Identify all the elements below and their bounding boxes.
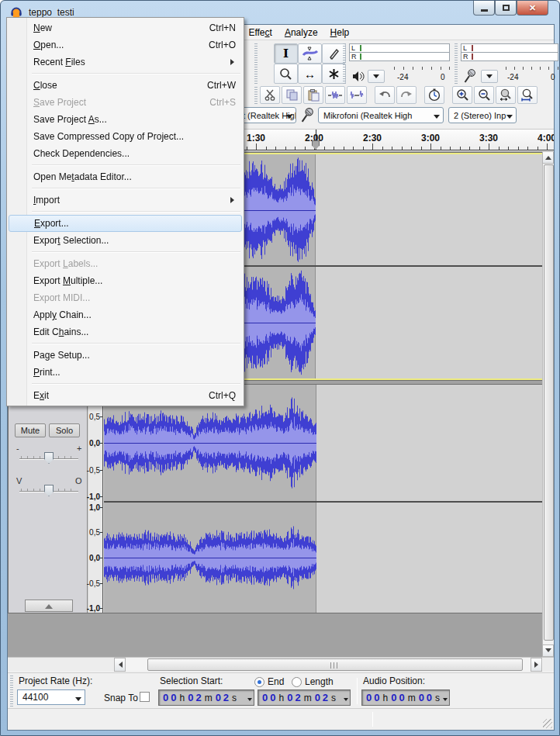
time-digit[interactable]: 0 bbox=[373, 692, 381, 703]
time-digit[interactable]: 0 bbox=[418, 692, 426, 703]
redo-button[interactable] bbox=[396, 86, 417, 104]
scroll-left-button[interactable] bbox=[114, 658, 126, 672]
edit-toolbar-grip[interactable] bbox=[254, 87, 258, 104]
pan-slider-thumb[interactable] bbox=[44, 485, 54, 496]
mute-button[interactable]: Mute bbox=[15, 423, 46, 437]
track2-waveform-area[interactable] bbox=[104, 385, 543, 613]
menu-item-export-multiple[interactable]: Export Multiple... bbox=[7, 272, 244, 289]
menu-item-import[interactable]: Import bbox=[7, 192, 244, 209]
menubar-item-analyze[interactable]: Analyze bbox=[278, 25, 324, 40]
menu-item-check-dependencies[interactable]: Check Dependencies... bbox=[7, 145, 244, 162]
quick-play-pointer[interactable] bbox=[312, 140, 320, 150]
selection-start-time[interactable]: 00h02m02s bbox=[158, 689, 254, 706]
time-digit[interactable]: 0 bbox=[314, 692, 322, 703]
fit-selection-button[interactable] bbox=[496, 86, 516, 104]
record-meter-dropdown[interactable] bbox=[481, 70, 498, 83]
selection-tool-button[interactable]: I bbox=[274, 43, 298, 64]
zoom-out-button[interactable] bbox=[474, 86, 494, 104]
menu-item-open[interactable]: Open...Ctrl+O bbox=[7, 36, 244, 54]
cut-button[interactable] bbox=[260, 86, 280, 104]
time-digit[interactable]: 0 bbox=[187, 692, 195, 703]
time-digit[interactable]: 0 bbox=[215, 692, 223, 703]
horizontal-scrollbar[interactable] bbox=[8, 657, 554, 671]
time-digit[interactable]: 2 bbox=[322, 692, 330, 703]
time-unit[interactable]: s bbox=[330, 693, 338, 703]
project-rate-combo[interactable]: 44100 bbox=[17, 689, 85, 705]
vertical-scrollbar[interactable] bbox=[542, 151, 554, 657]
menu-item-recent-files[interactable]: Recent Files bbox=[7, 54, 244, 71]
menubar-item-help[interactable]: Help bbox=[324, 25, 356, 40]
menu-item-apply-chain[interactable]: Apply Chain... bbox=[7, 306, 244, 323]
menu-item-edit-chains[interactable]: Edit Chains... bbox=[7, 323, 244, 340]
sync-lock-button[interactable] bbox=[424, 86, 444, 104]
undo-button[interactable] bbox=[375, 86, 395, 104]
time-digit[interactable]: 0 bbox=[398, 692, 406, 703]
time-digit[interactable]: 2 bbox=[195, 692, 202, 703]
time-digit[interactable]: 0 bbox=[269, 692, 277, 703]
time-digit[interactable]: 0 bbox=[365, 692, 373, 703]
trim-audio-button[interactable] bbox=[325, 86, 345, 104]
menu-item-save-compressed-copy-of-project[interactable]: Save Compressed Copy of Project... bbox=[7, 128, 244, 145]
menu-item-export-labels[interactable]: Export Labels... bbox=[7, 255, 244, 272]
time-unit[interactable]: h bbox=[277, 693, 286, 703]
time-digit[interactable]: 0 bbox=[162, 692, 170, 703]
menu-item-save-project-as[interactable]: Save Project As... bbox=[7, 111, 244, 128]
silence-audio-button[interactable] bbox=[347, 86, 367, 104]
zoom-in-button[interactable] bbox=[452, 86, 472, 104]
input-channels-combo[interactable]: 2 (Stereo) Inp bbox=[448, 107, 517, 123]
selection-end-time[interactable]: 00h02m02s bbox=[258, 689, 351, 706]
time-digit[interactable]: 0 bbox=[170, 692, 178, 703]
input-device-combo[interactable]: Mikrofoni (Realtek High bbox=[318, 107, 444, 123]
time-unit[interactable]: h bbox=[178, 693, 187, 703]
track2-control-panel[interactable]: Mute Solo - + V O bbox=[9, 385, 88, 613]
selection-toolbar-grip[interactable] bbox=[10, 676, 13, 707]
gain-slider-thumb[interactable] bbox=[44, 452, 54, 464]
track2-vertical-ruler[interactable]: 1,00,50,0-0,5-1,0 1,00,50,0-0,5-1,0 bbox=[88, 385, 103, 613]
audio-position-time[interactable]: 00h00m00s bbox=[361, 689, 450, 706]
envelope-tool-button[interactable] bbox=[298, 43, 322, 64]
audio-track-2[interactable]: Mute Solo - + V O 1,00,50,0-0,5-1,0 bbox=[8, 384, 544, 613]
time-digit[interactable]: 0 bbox=[261, 692, 269, 703]
end-radio[interactable] bbox=[254, 677, 264, 687]
playback-meter-dropdown[interactable] bbox=[368, 70, 385, 83]
time-unit[interactable]: m bbox=[406, 693, 418, 703]
menu-item-export[interactable]: Export... bbox=[9, 215, 242, 232]
snap-to-checkbox[interactable] bbox=[140, 692, 150, 702]
time-digit[interactable]: 2 bbox=[294, 692, 302, 703]
paste-button[interactable] bbox=[303, 86, 323, 104]
menu-item-print[interactable]: Print... bbox=[7, 364, 244, 381]
scroll-right-button[interactable] bbox=[531, 658, 542, 672]
menu-item-export-selection[interactable]: Export Selection... bbox=[7, 232, 244, 249]
menu-item-page-setup[interactable]: Page Setup... bbox=[7, 347, 244, 364]
horizontal-scroll-thumb[interactable] bbox=[147, 658, 523, 671]
time-unit[interactable]: s bbox=[230, 693, 239, 703]
time-unit[interactable]: m bbox=[203, 693, 215, 703]
solo-button[interactable]: Solo bbox=[49, 423, 80, 437]
scroll-up-button[interactable] bbox=[542, 151, 554, 164]
menu-item-save-project[interactable]: Save ProjectCtrl+S bbox=[7, 94, 244, 111]
record-meter-grip[interactable] bbox=[455, 43, 458, 84]
playback-meter-grip[interactable] bbox=[343, 43, 346, 84]
close-button[interactable]: ✕ bbox=[517, 1, 548, 16]
minimize-button[interactable] bbox=[473, 1, 495, 16]
output-device-combo[interactable]: t (Realtek High bbox=[237, 107, 296, 123]
resize-grip[interactable] bbox=[543, 719, 552, 728]
menu-item-close[interactable]: CloseCtrl+W bbox=[7, 77, 244, 94]
menu-item-export-midi[interactable]: Export MIDI... bbox=[7, 289, 244, 306]
fit-project-button[interactable] bbox=[517, 86, 538, 104]
time-digit[interactable]: 0 bbox=[390, 692, 398, 703]
menu-item-open-metadata-editor[interactable]: Open Metadata Editor... bbox=[7, 168, 244, 185]
menu-item-new[interactable]: NewCtrl+N bbox=[7, 19, 244, 36]
vertical-scroll-thumb[interactable] bbox=[544, 164, 554, 641]
collapse-track-button[interactable] bbox=[25, 600, 73, 612]
timeshift-tool-button[interactable]: ↔ bbox=[298, 64, 322, 84]
time-unit[interactable]: s bbox=[434, 693, 442, 703]
length-radio[interactable] bbox=[292, 677, 302, 687]
time-digit[interactable]: 2 bbox=[223, 692, 230, 703]
menu-item-exit[interactable]: ExitCtrl+Q bbox=[7, 387, 244, 404]
time-unit[interactable]: m bbox=[302, 693, 314, 703]
maximize-button[interactable] bbox=[495, 1, 517, 16]
tools-toolbar-grip[interactable] bbox=[254, 43, 258, 84]
copy-button[interactable] bbox=[282, 86, 302, 104]
time-digit[interactable]: 0 bbox=[426, 692, 434, 703]
